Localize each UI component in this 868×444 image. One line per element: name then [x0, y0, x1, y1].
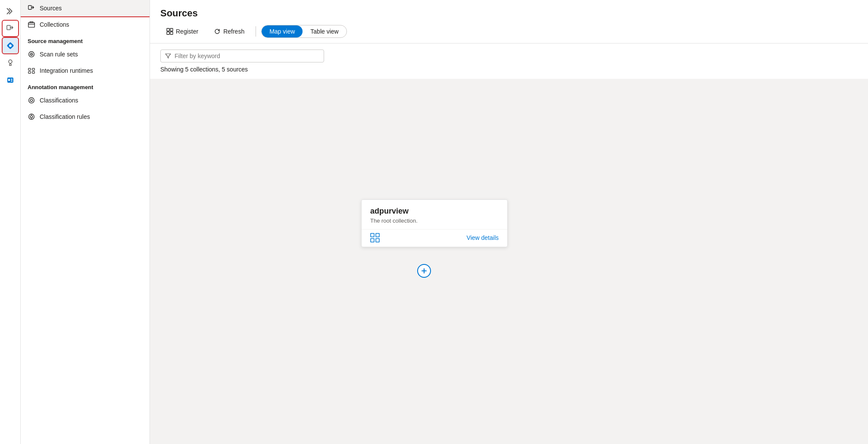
card-body: adpurview The root collection.: [362, 200, 507, 229]
data-policy-rail-icon[interactable]: [3, 72, 18, 88]
svg-point-20: [30, 115, 32, 118]
purview-rail-icon[interactable]: [3, 38, 18, 53]
svg-rect-24: [170, 32, 173, 34]
svg-rect-9: [28, 23, 34, 28]
svg-rect-21: [167, 28, 169, 31]
source-management-section: Source management: [21, 33, 150, 46]
svg-rect-14: [32, 68, 34, 71]
showing-text: Showing 5 collections, 5 sources: [160, 66, 858, 73]
page-title: Sources: [160, 8, 858, 19]
svg-point-12: [31, 54, 32, 55]
sidebar-item-integration-runtimes[interactable]: Integration runtimes: [21, 62, 150, 79]
svg-rect-27: [371, 239, 374, 242]
table-view-button[interactable]: Table view: [303, 25, 346, 37]
filter-section: Showing 5 collections, 5 sources: [150, 43, 868, 79]
svg-rect-13: [28, 68, 31, 71]
scan-rule-sets-label: Scan rule sets: [40, 51, 78, 58]
svg-rect-23: [167, 32, 169, 34]
svg-point-18: [30, 99, 32, 101]
main-content: Sources Register Refresh: [150, 0, 868, 444]
register-button[interactable]: Register: [160, 25, 204, 37]
toolbar-divider: [256, 26, 256, 37]
view-details-link[interactable]: View details: [467, 234, 499, 241]
svg-rect-26: [376, 233, 379, 237]
sidebar-item-classifications[interactable]: Classifications: [21, 92, 150, 109]
collections-icon: [28, 21, 35, 28]
svg-rect-7: [11, 81, 12, 81]
integration-runtimes-icon: [28, 67, 35, 75]
svg-rect-5: [8, 79, 10, 81]
collections-label: Collections: [40, 21, 69, 28]
classification-rules-icon: [28, 113, 35, 121]
classification-rules-label: Classification rules: [40, 113, 90, 120]
svg-rect-28: [376, 239, 379, 242]
sources-rail-icon[interactable]: [3, 21, 18, 36]
card-footer: View details: [362, 229, 507, 247]
sidebar-item-scan-rule-sets[interactable]: Scan rule sets: [21, 46, 150, 62]
map-area[interactable]: adpurview The root collection. View deta…: [150, 79, 868, 444]
filter-input-wrap: [160, 50, 324, 62]
sidebar-item-sources[interactable]: Sources: [21, 0, 150, 16]
map-view-button[interactable]: Map view: [262, 25, 303, 37]
expand-sidebar-icon[interactable]: [3, 3, 18, 19]
integration-runtimes-label: Integration runtimes: [40, 67, 93, 74]
svg-rect-16: [32, 71, 34, 74]
card-title: adpurview: [370, 207, 499, 216]
refresh-icon: [214, 28, 221, 35]
card-subtitle: The root collection.: [370, 217, 499, 224]
refresh-button[interactable]: Refresh: [208, 25, 250, 37]
sidebar-item-collections[interactable]: Collections: [21, 16, 150, 33]
register-label: Register: [176, 28, 198, 35]
svg-rect-22: [170, 28, 173, 31]
expand-circle-button[interactable]: [417, 264, 431, 278]
sidebar-item-classification-rules[interactable]: Classification rules: [21, 109, 150, 125]
toolbar: Register Refresh Map view Table view: [160, 25, 858, 38]
svg-rect-6: [11, 79, 12, 80]
svg-point-2: [9, 44, 12, 47]
scan-rule-sets-icon: [28, 50, 35, 58]
annotation-management-section: Annotation management: [21, 79, 150, 92]
filter-icon: [165, 53, 171, 59]
view-toggle: Map view Table view: [261, 25, 347, 38]
sidebar: Sources Collections Source management Sc…: [21, 0, 150, 444]
svg-rect-0: [7, 25, 10, 30]
grid-icon: [370, 233, 380, 242]
svg-point-17: [29, 98, 34, 103]
sources-label: Sources: [40, 5, 62, 12]
collection-card: adpurview The root collection. View deta…: [361, 199, 508, 247]
classifications-icon: [28, 96, 35, 104]
svg-rect-15: [28, 71, 31, 74]
icon-rail: [0, 0, 21, 444]
classifications-label: Classifications: [40, 97, 78, 104]
svg-rect-8: [28, 6, 31, 9]
sources-icon: [28, 4, 35, 12]
register-icon: [166, 28, 173, 35]
svg-rect-25: [371, 233, 374, 237]
main-header: Sources Register Refresh: [150, 0, 868, 43]
filter-input[interactable]: [175, 53, 319, 59]
insights-rail-icon[interactable]: [3, 55, 18, 71]
svg-point-3: [9, 60, 12, 63]
refresh-label: Refresh: [223, 28, 244, 35]
plus-icon: [421, 267, 428, 274]
